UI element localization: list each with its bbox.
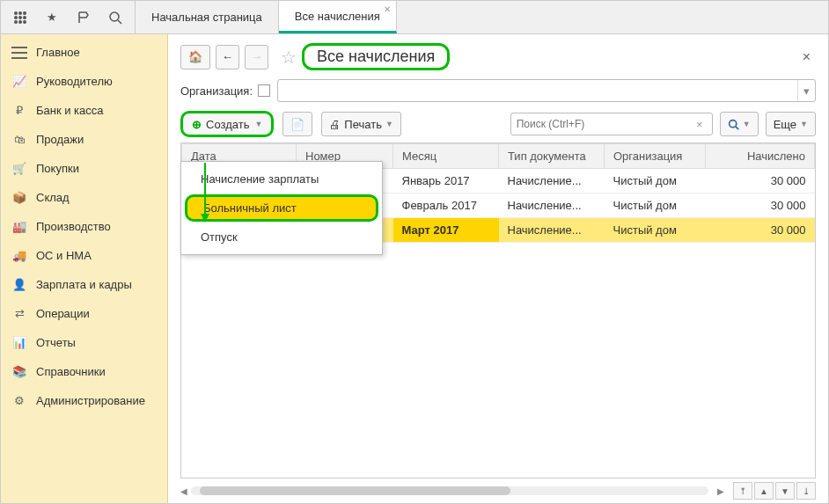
page-title: Все начисления bbox=[302, 43, 450, 70]
nav-row: 🏠 ← → ☆ Все начисления × bbox=[180, 43, 816, 70]
tab-home[interactable]: Начальная страница bbox=[136, 1, 279, 33]
svg-point-7 bbox=[18, 20, 22, 24]
svg-line-10 bbox=[118, 20, 121, 24]
book-icon: 📚 bbox=[11, 365, 27, 378]
ledger-icon: ⇄ bbox=[11, 307, 27, 320]
toolbar: ⊕Создать▼ 📄 🖨 Печать ▼ × ▼ Еще ▼ bbox=[180, 111, 816, 137]
svg-point-4 bbox=[18, 16, 22, 19]
report-icon: 📊 bbox=[11, 336, 27, 349]
sidebar-item-hr[interactable]: 👤Зарплата и кадры bbox=[1, 270, 167, 299]
history-icon[interactable] bbox=[70, 4, 98, 32]
sidebar-item-catalogs[interactable]: 📚Справочники bbox=[1, 357, 167, 386]
sidebar-item-production[interactable]: 🏭Производство bbox=[1, 212, 167, 241]
sidebar-item-purchases[interactable]: 🛒Покупки bbox=[1, 154, 167, 183]
person-icon: 👤 bbox=[11, 278, 27, 291]
favorite-icon[interactable]: ☆ bbox=[281, 47, 297, 68]
col-org[interactable]: Организация bbox=[605, 144, 706, 169]
chevron-down-icon: ▼ bbox=[254, 120, 262, 128]
svg-point-9 bbox=[110, 12, 119, 21]
page-up-button[interactable]: ▲ bbox=[754, 482, 774, 500]
sidebar-item-bank[interactable]: ₽Банк и касса bbox=[1, 96, 167, 125]
truck-icon: 🚚 bbox=[11, 249, 27, 262]
sidebar-item-reports[interactable]: 📊Отчеты bbox=[1, 328, 167, 357]
sidebar: Главное 📈Руководителю ₽Банк и касса 🛍Про… bbox=[1, 34, 168, 504]
star-icon[interactable]: ★ bbox=[38, 4, 66, 32]
chevron-down-icon[interactable]: ▾ bbox=[797, 80, 815, 101]
more-button[interactable]: Еще ▼ bbox=[766, 112, 816, 136]
create-button[interactable]: ⊕Создать▼ bbox=[180, 111, 274, 137]
forward-button[interactable]: → bbox=[245, 45, 268, 69]
scroll-right-icon[interactable]: ▶ bbox=[717, 486, 724, 496]
org-checkbox[interactable] bbox=[258, 84, 270, 97]
pager: ⤒ ▲ ▼ ⤓ bbox=[733, 482, 816, 500]
print-button[interactable]: 🖨 Печать ▼ bbox=[321, 112, 401, 136]
sidebar-item-admin[interactable]: ⚙Администрирование bbox=[1, 386, 167, 415]
content: 🏠 ← → ☆ Все начисления × Организация: ▾ … bbox=[168, 34, 828, 504]
scroll-left-icon[interactable]: ◀ bbox=[180, 486, 187, 496]
close-panel-button[interactable]: × bbox=[797, 49, 816, 65]
svg-line-12 bbox=[736, 126, 738, 128]
box-icon: 📦 bbox=[11, 191, 27, 204]
clear-icon[interactable]: × bbox=[693, 118, 707, 131]
tab-all-accruals[interactable]: Все начисления✕ bbox=[279, 1, 397, 33]
page-down-button[interactable]: ▼ bbox=[775, 482, 795, 500]
chart-icon: 📈 bbox=[11, 75, 27, 88]
page-last-button[interactable]: ⤓ bbox=[796, 482, 816, 500]
dd-item-payroll[interactable]: Начисление зарплаты bbox=[181, 165, 382, 193]
svg-point-8 bbox=[23, 20, 26, 24]
cart-icon: 🛒 bbox=[11, 162, 27, 175]
sidebar-item-manager[interactable]: 📈Руководителю bbox=[1, 67, 167, 96]
factory-icon: 🏭 bbox=[11, 220, 27, 233]
sidebar-item-main[interactable]: Главное bbox=[1, 38, 167, 67]
h-scrollbar[interactable] bbox=[191, 486, 708, 495]
ruble-icon: ₽ bbox=[11, 104, 27, 117]
back-button[interactable]: ← bbox=[216, 45, 239, 69]
col-sum[interactable]: Начислено bbox=[706, 144, 815, 169]
gear-icon: ⚙ bbox=[11, 394, 27, 407]
col-type[interactable]: Тип документа bbox=[499, 144, 605, 169]
svg-point-3 bbox=[14, 16, 18, 19]
sidebar-item-warehouse[interactable]: 📦Склад bbox=[1, 183, 167, 212]
dd-item-sick-leave[interactable]: Больничный лист bbox=[185, 194, 378, 222]
org-label: Организация: bbox=[180, 84, 253, 98]
dd-item-vacation[interactable]: Отпуск bbox=[181, 223, 382, 251]
svg-point-5 bbox=[23, 16, 26, 19]
org-input[interactable]: ▾ bbox=[277, 79, 816, 102]
home-button[interactable]: 🏠 bbox=[180, 45, 210, 69]
close-icon[interactable]: ✕ bbox=[384, 4, 391, 14]
plus-icon: ⊕ bbox=[192, 118, 202, 131]
svg-point-1 bbox=[18, 11, 22, 15]
copy-button[interactable]: 📄 bbox=[282, 112, 312, 136]
col-month[interactable]: Месяц bbox=[393, 144, 499, 169]
search-input[interactable]: × bbox=[510, 113, 713, 135]
sidebar-item-operations[interactable]: ⇄Операции bbox=[1, 299, 167, 328]
topbar-icon-group: ★ bbox=[1, 1, 136, 33]
bag-icon: 🛍 bbox=[11, 133, 27, 146]
footer: ◀ ▶ ⤒ ▲ ▼ ⤓ bbox=[180, 478, 816, 500]
svg-point-2 bbox=[23, 11, 26, 15]
apps-icon[interactable] bbox=[6, 4, 34, 32]
page-first-button[interactable]: ⤒ bbox=[733, 482, 752, 500]
svg-point-11 bbox=[729, 120, 736, 127]
org-filter-row: Организация: ▾ bbox=[180, 79, 816, 102]
create-dropdown: Начисление зарплаты Больничный лист Отпу… bbox=[180, 161, 383, 255]
search-icon[interactable] bbox=[101, 4, 129, 32]
svg-point-0 bbox=[14, 11, 18, 15]
svg-point-6 bbox=[14, 20, 18, 24]
sidebar-item-assets[interactable]: 🚚ОС и НМА bbox=[1, 241, 167, 270]
menu-icon bbox=[11, 47, 27, 59]
sidebar-item-sales[interactable]: 🛍Продажи bbox=[1, 125, 167, 154]
top-bar: ★ Начальная страница Все начисления✕ bbox=[1, 1, 828, 34]
search-button[interactable]: ▼ bbox=[720, 112, 759, 136]
